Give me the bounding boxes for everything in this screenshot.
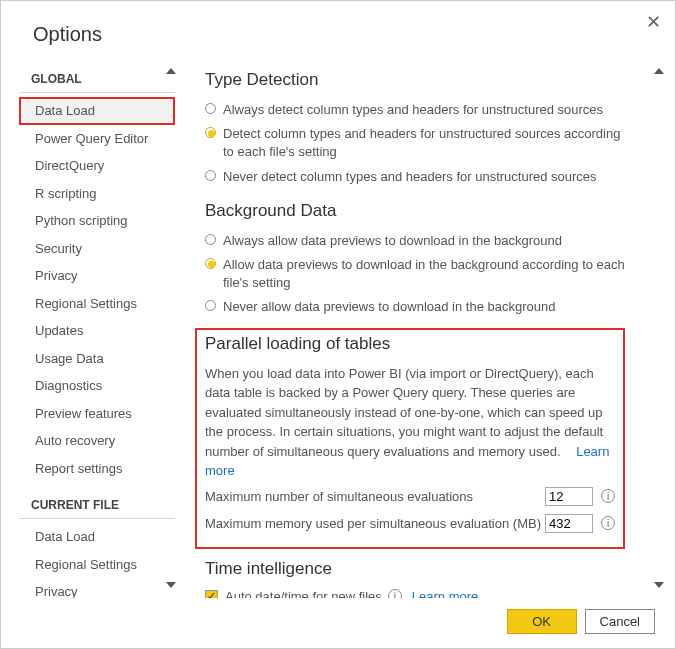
- sidebar-category-global: GLOBAL: [19, 66, 175, 93]
- radio-label: Always detect column types and headers f…: [223, 101, 603, 119]
- ok-button[interactable]: OK: [507, 609, 577, 634]
- radio-option[interactable]: Always detect column types and headers f…: [205, 98, 625, 122]
- cancel-button[interactable]: Cancel: [585, 609, 655, 634]
- radio-label: Detect column types and headers for unst…: [223, 125, 625, 161]
- section-time-intelligence-title: Time intelligence: [205, 559, 625, 579]
- sidebar-item[interactable]: Regional Settings: [19, 551, 175, 579]
- radio-icon: [205, 103, 216, 114]
- sidebar: GLOBAL Data LoadPower Query EditorDirect…: [1, 58, 179, 598]
- max-memory-row: Maximum memory used per simultaneous eva…: [205, 510, 615, 537]
- sidebar-item[interactable]: Usage Data: [19, 345, 175, 373]
- radio-option[interactable]: Allow data previews to download in the b…: [205, 253, 625, 295]
- radio-label: Never allow data previews to download in…: [223, 298, 555, 316]
- scroll-up-icon[interactable]: [654, 68, 664, 74]
- radio-label: Always allow data previews to download i…: [223, 232, 562, 250]
- parallel-description: When you load data into Power BI (via im…: [205, 362, 615, 483]
- sidebar-item[interactable]: Diagnostics: [19, 372, 175, 400]
- section-parallel-title: Parallel loading of tables: [205, 334, 615, 354]
- sidebar-item[interactable]: Privacy: [19, 262, 175, 290]
- scroll-up-icon[interactable]: [166, 68, 176, 74]
- sidebar-item[interactable]: Data Load: [19, 97, 175, 125]
- dialog-title: Options: [1, 1, 675, 58]
- dialog-footer: OK Cancel: [507, 609, 655, 634]
- radio-option[interactable]: Always allow data previews to download i…: [205, 229, 625, 253]
- sidebar-item[interactable]: Updates: [19, 317, 175, 345]
- max-evaluations-input[interactable]: [545, 487, 593, 506]
- content-pane: Type Detection Always detect column type…: [179, 58, 667, 598]
- radio-option[interactable]: Detect column types and headers for unst…: [205, 122, 625, 164]
- sidebar-item[interactable]: Privacy: [19, 578, 175, 598]
- info-icon[interactable]: i: [601, 489, 615, 503]
- time-intel-learn-more-link[interactable]: Learn more: [412, 589, 478, 599]
- sidebar-item[interactable]: R scripting: [19, 180, 175, 208]
- scroll-down-icon[interactable]: [166, 582, 176, 588]
- sidebar-item[interactable]: Security: [19, 235, 175, 263]
- radio-icon: [205, 127, 216, 138]
- sidebar-item[interactable]: Data Load: [19, 523, 175, 551]
- auto-date-time-checkbox[interactable]: ✓: [205, 590, 218, 599]
- sidebar-scrollbar[interactable]: [163, 58, 179, 598]
- content-scrollbar[interactable]: [651, 58, 667, 598]
- radio-option[interactable]: Never allow data previews to download in…: [205, 295, 625, 319]
- auto-date-time-row: ✓ Auto date/time for new files i Learn m…: [205, 587, 625, 599]
- section-background-data-title: Background Data: [205, 201, 625, 221]
- parallel-description-text: When you load data into Power BI (via im…: [205, 366, 603, 459]
- sidebar-item[interactable]: Regional Settings: [19, 290, 175, 318]
- section-type-detection-title: Type Detection: [205, 70, 625, 90]
- sidebar-item[interactable]: Preview features: [19, 400, 175, 428]
- max-evaluations-row: Maximum number of simultaneous evaluatio…: [205, 483, 615, 510]
- sidebar-category-current: CURRENT FILE: [19, 492, 175, 519]
- radio-label: Allow data previews to download in the b…: [223, 256, 625, 292]
- info-icon[interactable]: i: [601, 516, 615, 530]
- radio-option[interactable]: Never detect column types and headers fo…: [205, 165, 625, 189]
- max-memory-label: Maximum memory used per simultaneous eva…: [205, 516, 545, 531]
- sidebar-item[interactable]: Power Query Editor: [19, 125, 175, 153]
- max-memory-input[interactable]: [545, 514, 593, 533]
- info-icon[interactable]: i: [388, 589, 402, 598]
- sidebar-item[interactable]: DirectQuery: [19, 152, 175, 180]
- parallel-loading-highlight-box: Parallel loading of tables When you load…: [195, 328, 625, 549]
- sidebar-item[interactable]: Python scripting: [19, 207, 175, 235]
- radio-icon: [205, 170, 216, 181]
- radio-icon: [205, 300, 216, 311]
- radio-icon: [205, 258, 216, 269]
- radio-icon: [205, 234, 216, 245]
- auto-date-time-label: Auto date/time for new files: [225, 589, 382, 599]
- max-evaluations-label: Maximum number of simultaneous evaluatio…: [205, 489, 545, 504]
- sidebar-item[interactable]: Auto recovery: [19, 427, 175, 455]
- scroll-down-icon[interactable]: [654, 582, 664, 588]
- main-layout: GLOBAL Data LoadPower Query EditorDirect…: [1, 58, 675, 598]
- close-icon[interactable]: ✕: [646, 11, 661, 33]
- radio-label: Never detect column types and headers fo…: [223, 168, 597, 186]
- sidebar-item[interactable]: Report settings: [19, 455, 175, 483]
